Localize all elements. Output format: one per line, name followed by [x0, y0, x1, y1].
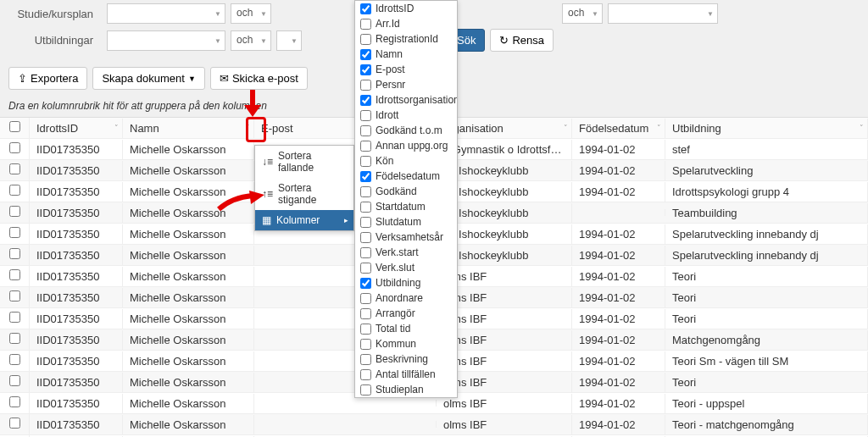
sort-desc-item[interactable]: ↓≡Sortera fallande — [255, 146, 353, 178]
column-toggle-item[interactable]: Verk.start — [355, 245, 457, 260]
column-toggle-checkbox[interactable] — [360, 308, 371, 319]
column-toggle-item[interactable]: Beskrivning — [355, 351, 457, 367]
column-toggle-item[interactable]: Kommun — [355, 336, 457, 351]
column-toggle-checkbox[interactable] — [360, 278, 371, 289]
column-toggle-item[interactable]: Idrott — [355, 108, 457, 123]
column-toggle-item[interactable]: RegistrationId — [355, 31, 457, 47]
cell-idrottsid: IID01735350 — [30, 224, 123, 244]
chevron-down-icon[interactable]: ˅ — [114, 124, 119, 132]
column-toggle-item[interactable]: Startdatum — [355, 199, 457, 214]
column-toggle-checkbox[interactable] — [360, 369, 371, 380]
column-toggle-item[interactable]: Studieplan — [355, 382, 457, 397]
column-toggle-checkbox[interactable] — [360, 186, 371, 197]
row-checkbox[interactable] — [9, 375, 20, 386]
chevron-down-icon[interactable]: ˅ — [860, 124, 864, 132]
row-checkbox[interactable] — [9, 290, 20, 301]
row-checkbox[interactable] — [9, 333, 20, 344]
cell-utbildning: Teori - matchgenomgång — [665, 415, 868, 434]
column-toggle-item[interactable]: Namn — [355, 47, 457, 62]
cell-utbildning: Spelarutveckling — [665, 161, 868, 180]
columns-submenu-item[interactable]: ▦Kolumner▸ — [255, 210, 353, 230]
column-toggle-checkbox[interactable] — [360, 171, 371, 182]
header-idrottsid[interactable]: IdrottsID˅ — [30, 119, 123, 138]
select-logic-3[interactable]: och — [231, 30, 271, 51]
column-toggle-item[interactable]: Anordnare — [355, 290, 457, 306]
column-toggle-checkbox[interactable] — [360, 202, 371, 213]
create-document-button[interactable]: Skapa dokument ▼ — [92, 67, 205, 90]
table-row[interactable]: IID01735350Michelle Oskarssonolms IBF199… — [0, 414, 868, 435]
column-toggle-item[interactable]: Godkänd — [355, 184, 457, 199]
column-toggle-item[interactable]: IdrottsID — [355, 1, 457, 16]
cell-utbildning: Spelarutveckling innebandy dj — [665, 246, 868, 265]
column-toggle-checkbox[interactable] — [360, 34, 371, 45]
select-all-checkbox[interactable] — [9, 121, 20, 132]
sort-asc-item[interactable]: ↑≡Sortera stigande — [255, 178, 353, 210]
column-toggle-label: Kommun — [376, 338, 416, 350]
column-toggle-item[interactable]: Verksamhetsår — [355, 230, 457, 245]
chevron-down-icon[interactable]: ˅ — [564, 124, 568, 132]
column-toggle-item[interactable]: Arr.Id — [355, 16, 457, 31]
column-toggle-item[interactable]: Arrangör — [355, 306, 457, 321]
column-toggle-checkbox[interactable] — [360, 384, 371, 396]
row-checkbox[interactable] — [9, 163, 20, 174]
send-email-button[interactable]: ✉Skicka e-post — [210, 67, 308, 90]
cell-utbildning: stef — [665, 140, 868, 159]
column-toggle-item[interactable]: Kön — [355, 153, 457, 169]
row-checkbox[interactable] — [9, 269, 20, 280]
column-toggle-label: Utbildning — [376, 277, 420, 289]
row-checkbox[interactable] — [9, 396, 20, 407]
header-namn[interactable]: Namn˅ — [123, 119, 254, 138]
row-checkbox[interactable] — [9, 227, 20, 238]
select-studiekursplan-1[interactable] — [107, 3, 225, 24]
column-toggle-checkbox[interactable] — [360, 263, 371, 274]
export-button[interactable]: ⇪Exportera — [8, 67, 87, 90]
column-toggle-item[interactable]: Verk.slut — [355, 260, 457, 275]
column-toggle-checkbox[interactable] — [360, 49, 371, 60]
row-checkbox[interactable] — [9, 418, 20, 429]
column-toggle-item[interactable]: Godkänd t.o.m — [355, 123, 457, 138]
column-toggle-item[interactable]: Födelsedatum — [355, 169, 457, 184]
row-checkbox[interactable] — [9, 142, 20, 153]
header-fodelsedatum[interactable]: Födelsedatum˅ — [572, 119, 665, 138]
column-toggle-item[interactable]: Persnr — [355, 77, 457, 92]
column-toggle-item[interactable]: Utbildning — [355, 275, 457, 290]
reset-button[interactable]: ↻Rensa — [490, 29, 554, 52]
column-toggle-checkbox[interactable] — [360, 156, 371, 167]
select-utbildningar-1[interactable] — [107, 30, 225, 51]
column-toggle-checkbox[interactable] — [360, 64, 371, 75]
column-toggle-checkbox[interactable] — [360, 324, 371, 335]
column-toggle-checkbox[interactable] — [360, 3, 371, 14]
row-checkbox[interactable] — [9, 206, 20, 217]
column-toggle-checkbox[interactable] — [360, 110, 371, 121]
column-toggle-item[interactable]: Idrottsorganisation — [355, 92, 457, 108]
column-toggle-checkbox[interactable] — [360, 232, 371, 243]
column-toggle-checkbox[interactable] — [360, 141, 371, 152]
column-toggle-item[interactable]: Slutdatum — [355, 214, 457, 230]
column-toggle-item[interactable]: Total tid — [355, 321, 457, 336]
column-toggle-checkbox[interactable] — [360, 293, 371, 304]
column-toggle-checkbox[interactable] — [360, 19, 371, 30]
select-logic-1[interactable]: och — [231, 3, 271, 24]
cell-utbildning: Teambuilding — [665, 203, 868, 223]
column-toggle-item[interactable]: E-post — [355, 62, 457, 77]
column-toggle-checkbox[interactable] — [360, 247, 371, 258]
select-logic-2[interactable]: och — [562, 3, 603, 24]
chevron-down-icon[interactable]: ˅ — [657, 124, 661, 132]
select-utbildningar-2[interactable] — [276, 30, 302, 51]
column-toggle-checkbox[interactable] — [360, 125, 371, 136]
column-toggle-checkbox[interactable] — [360, 80, 371, 91]
row-checkbox[interactable] — [9, 248, 20, 259]
column-toggle-item[interactable]: Antal tillfällen — [355, 367, 457, 382]
row-checkbox[interactable] — [9, 185, 20, 196]
chevron-down-icon[interactable]: ˅ — [246, 124, 250, 132]
cell-utbildning: Idrottspsykologi grupp 4 — [665, 182, 868, 202]
column-toggle-checkbox[interactable] — [360, 354, 371, 365]
row-checkbox[interactable] — [9, 354, 20, 365]
row-checkbox[interactable] — [9, 312, 20, 323]
select-studiekursplan-3[interactable] — [608, 3, 718, 24]
column-toggle-checkbox[interactable] — [360, 339, 371, 350]
column-toggle-checkbox[interactable] — [360, 217, 371, 228]
header-utbildning[interactable]: Utbildning˅ — [665, 119, 868, 138]
column-toggle-checkbox[interactable] — [360, 95, 371, 106]
column-toggle-item[interactable]: Annan uppg.org — [355, 138, 457, 153]
